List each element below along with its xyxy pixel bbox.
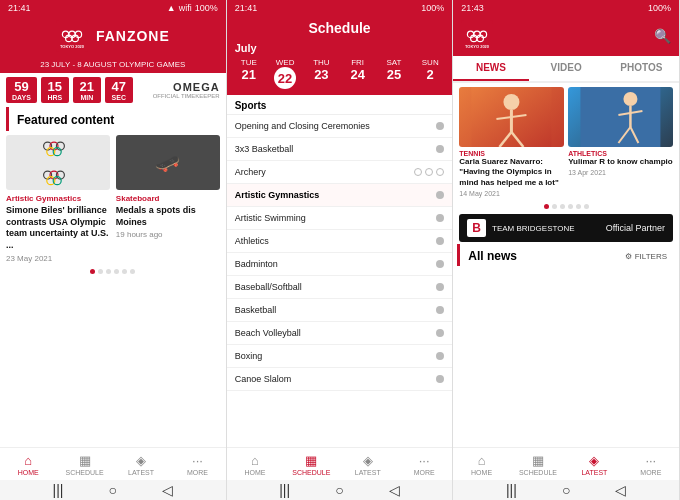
wifi-1: wifi bbox=[179, 3, 192, 13]
app-header-1: TOKYO 2020 FANZONE bbox=[0, 16, 226, 58]
dot-1-4 bbox=[114, 269, 119, 274]
news-category-athletics: ATHLETICS bbox=[568, 150, 673, 157]
countdown-hrs: 15 HRS bbox=[41, 77, 69, 103]
bridgestone-text: TEAM BRIDGESTONE bbox=[492, 224, 575, 233]
day-num-26: 2 bbox=[427, 67, 434, 82]
nav-latest-2[interactable]: ◈ LATEST bbox=[340, 448, 396, 480]
app-header-3: TOKYO 2020 🔍 bbox=[453, 16, 679, 56]
card-skateboard[interactable]: 🛹 Skateboard Medals a spots dis Moines 1… bbox=[116, 135, 220, 263]
nav-circle-2[interactable]: ○ bbox=[335, 482, 343, 498]
month-label: July bbox=[227, 40, 453, 56]
date-26[interactable]: SUN 2 bbox=[412, 58, 448, 89]
nav-back-2[interactable]: ||| bbox=[279, 482, 290, 498]
phone1-screen: 21:41 ▲ wifi 100% TOKYO 2020 FANZONE 23 … bbox=[0, 0, 227, 500]
row-boxing[interactable]: Boxing bbox=[227, 345, 453, 368]
card-date-1: 23 May 2021 bbox=[6, 254, 110, 263]
tokyo2020-logo-2 bbox=[38, 165, 78, 190]
tennis-figure bbox=[459, 87, 564, 147]
news-card-tennis[interactable]: TENNIS Carla Suarez Navarro: "Having the… bbox=[459, 87, 564, 197]
countdown-bar: 59 DAYS 15 HRS 21 MIN 47 SEC OMEGA OFFIC… bbox=[0, 73, 226, 107]
news-card-athletics[interactable]: ATHLETICS Yulimar R to know champio 13 A… bbox=[568, 87, 673, 197]
day-num-23: 23 bbox=[314, 67, 328, 82]
schedule-icon-2: ▦ bbox=[305, 453, 317, 468]
date-25[interactable]: SAT 25 bbox=[376, 58, 412, 89]
nav-schedule-1[interactable]: ▦ SCHEDULE bbox=[56, 448, 112, 480]
nav-circle-3[interactable]: ○ bbox=[562, 482, 570, 498]
row-ceremonies[interactable]: Opening and Closing Ceremonies bbox=[227, 115, 453, 138]
battery-2: 100% bbox=[421, 3, 444, 13]
row-artistic-gymnastics[interactable]: Artistic Gymnastics bbox=[227, 184, 453, 207]
row-badminton[interactable]: Badminton bbox=[227, 253, 453, 276]
nav-circle-1[interactable]: ○ bbox=[109, 482, 117, 498]
olympic-logo-3: TOKYO 2020 bbox=[461, 20, 493, 52]
athletics-img bbox=[568, 87, 673, 147]
date-23[interactable]: THU 23 bbox=[303, 58, 339, 89]
battery-3: 100% bbox=[648, 3, 671, 13]
row-3x3basketball[interactable]: 3x3 Basketball bbox=[227, 138, 453, 161]
nav-more-3[interactable]: ··· MORE bbox=[623, 448, 679, 480]
countdown-min: 21 MIN bbox=[73, 77, 101, 103]
carousel-dots-3 bbox=[453, 201, 679, 212]
nav-latest-3[interactable]: ◈ LATEST bbox=[566, 448, 622, 480]
row-athletics[interactable]: Athletics bbox=[227, 230, 453, 253]
filter-icon: ⚙ bbox=[625, 252, 632, 261]
tab-news[interactable]: NEWS bbox=[453, 56, 528, 81]
news-tabs: NEWS VIDEO PHOTOS bbox=[453, 56, 679, 83]
row-beach-volleyball[interactable]: Beach Volleyball bbox=[227, 322, 453, 345]
status-bar-3: 21:43 100% bbox=[453, 0, 679, 16]
date-24[interactable]: FRI 24 bbox=[340, 58, 376, 89]
card-gymnastics[interactable]: Artistic Gymnastics Simone Biles' brilli… bbox=[6, 135, 110, 263]
svg-point-31 bbox=[624, 92, 638, 106]
system-nav-3: ||| ○ ◁ bbox=[453, 480, 679, 500]
news-headline-tennis: Carla Suarez Navarro: "Having the Olympi… bbox=[459, 157, 564, 188]
nav-back-1[interactable]: ||| bbox=[53, 482, 64, 498]
nav-more-2[interactable]: ··· MORE bbox=[396, 448, 452, 480]
more-icon-2: ··· bbox=[419, 453, 430, 468]
news-headline-athletics: Yulimar R to know champio bbox=[568, 157, 673, 167]
row-baseball[interactable]: Baseball/Softball bbox=[227, 276, 453, 299]
nav-schedule-2[interactable]: ▦ SCHEDULE bbox=[283, 448, 339, 480]
day-label-25: SAT bbox=[386, 58, 401, 67]
tab-photos[interactable]: PHOTOS bbox=[604, 56, 679, 81]
nav-home-3[interactable]: ⌂ HOME bbox=[453, 448, 509, 480]
row-canoe[interactable]: Canoe Slalom bbox=[227, 368, 453, 391]
bridgestone-ad[interactable]: B TEAM BRIDGESTONE Official Partner bbox=[459, 214, 673, 242]
nav-schedule-label-1: SCHEDULE bbox=[66, 469, 104, 476]
nav-home-2[interactable]: ⌂ HOME bbox=[227, 448, 283, 480]
nav-schedule-label-2: SCHEDULE bbox=[292, 469, 330, 476]
day-label-24: FRI bbox=[351, 58, 364, 67]
day-label-26: SUN bbox=[422, 58, 439, 67]
bridgestone-logo-mark: B bbox=[467, 219, 486, 237]
news-date-tennis: 14 May 2021 bbox=[459, 190, 564, 197]
nav-schedule-3[interactable]: ▦ SCHEDULE bbox=[510, 448, 566, 480]
date-banner: 23 JULY - 8 AUGUST OLYMPIC GAMES bbox=[0, 58, 226, 73]
nav-square-3[interactable]: ◁ bbox=[615, 482, 626, 498]
nav-more-1[interactable]: ··· MORE bbox=[169, 448, 225, 480]
nav-home-label-2: HOME bbox=[244, 469, 265, 476]
date-22[interactable]: WED 22 bbox=[267, 58, 303, 89]
svg-text:TOKYO 2020: TOKYO 2020 bbox=[465, 44, 490, 49]
row-archery[interactable]: Archery bbox=[227, 161, 453, 184]
more-icon-3: ··· bbox=[645, 453, 656, 468]
nav-home-1[interactable]: ⌂ HOME bbox=[0, 448, 56, 480]
card-img-skateboard: 🛹 bbox=[116, 135, 220, 190]
nav-square-2[interactable]: ◁ bbox=[389, 482, 400, 498]
tokyo2020-logo-1 bbox=[38, 136, 78, 161]
olympic-logo: TOKYO 2020 bbox=[56, 20, 88, 52]
nav-square-1[interactable]: ◁ bbox=[162, 482, 173, 498]
news-category-tennis: TENNIS bbox=[459, 150, 564, 157]
nav-back-3[interactable]: ||| bbox=[506, 482, 517, 498]
search-icon[interactable]: 🔍 bbox=[654, 28, 671, 44]
filters-button[interactable]: ⚙ FILTERS bbox=[625, 252, 667, 261]
carousel-dots-1 bbox=[0, 263, 226, 280]
card-date-2: 19 hours ago bbox=[116, 230, 220, 239]
date-21[interactable]: TUE 21 bbox=[231, 58, 267, 89]
nav-latest-label-1: LATEST bbox=[128, 469, 154, 476]
schedule-icon-3: ▦ bbox=[532, 453, 544, 468]
day-num-24: 24 bbox=[350, 67, 364, 82]
nav-latest-1[interactable]: ◈ LATEST bbox=[113, 448, 169, 480]
row-basketball[interactable]: Basketball bbox=[227, 299, 453, 322]
row-artistic-swimming[interactable]: Artistic Swimming bbox=[227, 207, 453, 230]
tab-video[interactable]: VIDEO bbox=[529, 56, 604, 81]
phone3-screen: 21:43 100% TOKYO 2020 🔍 NEWS VIDEO PHOTO… bbox=[453, 0, 680, 500]
